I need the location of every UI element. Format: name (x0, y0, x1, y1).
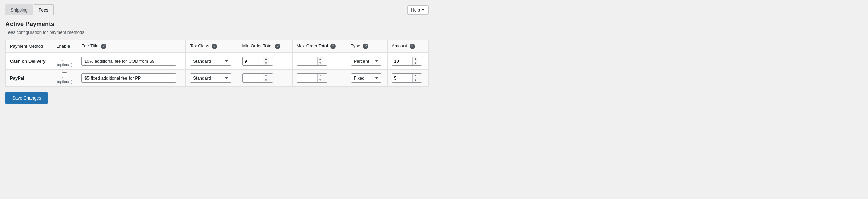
min-order-input-cod[interactable] (243, 57, 263, 65)
col-header-enable: Enable (52, 40, 77, 53)
min-order-spinner-paypal: ▲ ▼ (263, 74, 269, 82)
optional-label-paypal: (optional) (56, 80, 73, 84)
min-order-input-paypal[interactable] (243, 74, 263, 82)
tax-class-select-paypal[interactable]: Standard Reduced Rate Zero Rate (190, 73, 231, 83)
tax-class-select-cod[interactable]: Standard Reduced Rate Zero Rate (190, 57, 231, 66)
amount-down-paypal[interactable]: ▼ (413, 78, 418, 82)
min-order-down-paypal[interactable]: ▼ (263, 78, 269, 82)
help-button-label: Help (411, 7, 420, 13)
min-order-help-icon[interactable]: ? (275, 44, 280, 49)
enable-checkbox-paypal[interactable] (62, 72, 67, 78)
max-order-up-cod[interactable]: ▲ (318, 57, 323, 61)
tab-shipping[interactable]: Shipping (5, 4, 33, 15)
col-header-tax-class: Tax Class ? (186, 40, 238, 53)
min-order-up-paypal[interactable]: ▲ (263, 74, 269, 78)
max-order-spinner-cod: ▲ ▼ (317, 57, 323, 65)
min-order-cell-cod: ▲ ▼ (238, 52, 292, 69)
enable-cell-cod: (optional) (52, 52, 77, 69)
help-button[interactable]: Help ▼ (407, 5, 429, 15)
fee-title-input-paypal[interactable] (81, 73, 176, 83)
method-name-cod: Cash on Delivery (6, 52, 52, 69)
min-order-down-cod[interactable]: ▼ (263, 61, 269, 65)
fee-title-cell-paypal (77, 69, 186, 86)
min-order-spinner-cod: ▲ ▼ (263, 57, 269, 65)
method-name-paypal: PayPal (6, 69, 52, 86)
fee-title-help-icon[interactable]: ? (101, 44, 106, 49)
table-row: PayPal (optional) Standard Reduced Rate … (6, 69, 429, 86)
min-order-cell-paypal: ▲ ▼ (238, 69, 292, 86)
fee-title-input-cod[interactable] (81, 57, 176, 66)
amount-up-cod[interactable]: ▲ (413, 57, 418, 61)
max-order-input-cod[interactable] (297, 57, 317, 65)
tab-fees[interactable]: Fees (34, 4, 54, 15)
section-description: Fees configuration for payment methods. (5, 30, 429, 35)
max-order-down-cod[interactable]: ▼ (318, 61, 323, 65)
max-order-input-wrapper-paypal: ▲ ▼ (297, 73, 327, 83)
min-order-input-wrapper-paypal: ▲ ▼ (242, 73, 273, 83)
amount-up-paypal[interactable]: ▲ (413, 74, 418, 78)
col-header-amount: Amount ? (388, 40, 429, 53)
enable-checkbox-cod[interactable] (62, 56, 67, 61)
max-order-cell-cod: ▲ ▼ (292, 52, 347, 69)
min-order-input-wrapper-cod: ▲ ▼ (242, 57, 273, 66)
col-header-payment-method: Payment Method (6, 40, 52, 53)
type-select-cod[interactable]: Percent Fixed (351, 57, 381, 66)
max-order-spinner-paypal: ▲ ▼ (317, 74, 323, 82)
fee-title-cell-cod (77, 52, 186, 69)
col-header-type: Type ? (347, 40, 388, 53)
type-cell-cod: Percent Fixed (347, 52, 388, 69)
amount-spinner-cod: ▲ ▼ (412, 57, 418, 65)
amount-cell-paypal: ▲ ▼ (388, 69, 429, 86)
min-order-up-cod[interactable]: ▲ (263, 57, 269, 61)
col-header-min-order-total: Min Order Total ? (238, 40, 292, 53)
type-help-icon[interactable]: ? (363, 44, 368, 49)
save-changes-button[interactable]: Save Changes (5, 92, 48, 104)
max-order-input-wrapper-cod: ▲ ▼ (297, 57, 327, 66)
fees-table: Payment Method Enable Fee Title ? Tax Cl… (5, 40, 429, 87)
amount-input-cod[interactable] (392, 57, 412, 65)
amount-input-wrapper-paypal: ▲ ▼ (392, 73, 422, 83)
tax-class-help-icon[interactable]: ? (212, 44, 217, 49)
max-order-cell-paypal: ▲ ▼ (292, 69, 347, 86)
amount-down-cod[interactable]: ▼ (413, 61, 418, 65)
amount-cell-cod: ▲ ▼ (388, 52, 429, 69)
amount-input-paypal[interactable] (392, 74, 412, 82)
amount-spinner-paypal: ▲ ▼ (412, 74, 418, 82)
tax-class-cell-cod: Standard Reduced Rate Zero Rate (186, 52, 238, 69)
max-order-down-paypal[interactable]: ▼ (318, 78, 323, 82)
help-chevron-icon: ▼ (421, 8, 425, 12)
type-cell-paypal: Percent Fixed (347, 69, 388, 86)
max-order-input-paypal[interactable] (297, 74, 317, 82)
col-header-max-order-total: Max Order Total ? (292, 40, 347, 53)
type-select-paypal[interactable]: Percent Fixed (351, 73, 381, 83)
optional-label-cod: (optional) (56, 63, 73, 67)
enable-cell-paypal: (optional) (52, 69, 77, 86)
table-row: Cash on Delivery (optional) Standard Red… (6, 52, 429, 69)
tax-class-cell-paypal: Standard Reduced Rate Zero Rate (186, 69, 238, 86)
amount-input-wrapper-cod: ▲ ▼ (392, 57, 422, 66)
amount-help-icon[interactable]: ? (410, 44, 415, 49)
max-order-up-paypal[interactable]: ▲ (318, 74, 323, 78)
tabs-bar: Shipping Fees Help ▼ (5, 4, 429, 15)
max-order-help-icon[interactable]: ? (330, 44, 336, 49)
col-header-fee-title: Fee Title ? (77, 40, 186, 53)
section-title: Active Payments (5, 21, 429, 28)
